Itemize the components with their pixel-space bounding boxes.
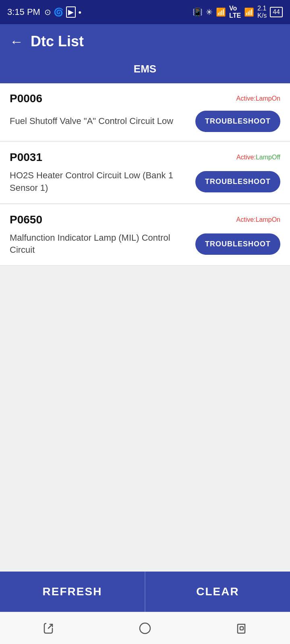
nav-recent-icon[interactable] [232, 619, 251, 638]
dtc-description-1: HO2S Heater Control Circuit Low (Bank 1 … [10, 169, 189, 194]
dtc-lamp-label-0: LampOn [256, 95, 280, 102]
wifi-icon: 📶 [216, 7, 226, 17]
clear-button[interactable]: CLEAR [145, 572, 290, 612]
empty-space [0, 266, 290, 540]
status-bar-left: 3:15 PM ⊙ 🌀 ▶ ● [7, 6, 81, 18]
status-bar-right: 📳 ✳ 📶 VoLTE 📶 2.1K/s 44 [193, 5, 283, 19]
volte-icon: VoLTE [229, 5, 241, 19]
dtc-card-2: P0650 Active:LampOn Malfunction Indicato… [0, 204, 290, 266]
camera-icon: ⊙ [44, 7, 51, 17]
dtc-code-2: P0650 [10, 213, 42, 226]
bluetooth-icon: ✳ [206, 7, 213, 17]
dtc-active-label-2: Active: [236, 216, 256, 223]
sub-header: EMS [0, 57, 290, 83]
data-icon: 🌀 [54, 7, 64, 17]
dot-icon: ● [78, 9, 81, 15]
svg-point-0 [140, 623, 150, 634]
signal-icon: 📶 [244, 7, 254, 17]
dtc-code-0: P0006 [10, 92, 42, 105]
dtc-status-0: Active:LampOn [236, 95, 280, 102]
dtc-card-header-1: P0031 Active:LampOff [10, 151, 280, 164]
troubleshoot-button-2[interactable]: TROUBLESHOOT [195, 233, 280, 255]
bottom-buttons: REFRESH CLEAR [0, 572, 290, 612]
time-display: 3:15 PM [7, 7, 40, 17]
troubleshoot-button-0[interactable]: TROUBLESHOOT [195, 111, 280, 132]
dtc-status-1: Active:LampOff [236, 154, 280, 161]
dtc-active-label-1: Active: [236, 154, 256, 161]
dtc-list: P0006 Active:LampOn Fuel Shutoff Valve "… [0, 83, 290, 540]
nav-home-icon[interactable] [135, 619, 155, 638]
card-icon: ▶ [66, 6, 76, 18]
page-title: Dtc List [31, 33, 84, 50]
dtc-description-0: Fuel Shutoff Valve "A" Control Circuit L… [10, 115, 189, 128]
dtc-card-header-0: P0006 Active:LampOn [10, 92, 280, 105]
dtc-card-header-2: P0650 Active:LampOn [10, 213, 280, 226]
dtc-card-1: P0031 Active:LampOff HO2S Heater Control… [0, 142, 290, 204]
troubleshoot-button-1[interactable]: TROUBLESHOOT [195, 171, 280, 192]
dtc-card-body-0: Fuel Shutoff Valve "A" Control Circuit L… [10, 111, 280, 132]
dtc-status-2: Active:LampOn [236, 216, 280, 223]
dtc-description-2: Malfunction Indicator Lamp (MIL) Control… [10, 232, 189, 257]
speed-icon: 2.1K/s [257, 5, 267, 19]
dtc-lamp-label-2: LampOn [256, 216, 280, 223]
dtc-active-label-0: Active: [236, 95, 256, 102]
dtc-lamp-label-1: LampOff [256, 154, 280, 161]
back-button[interactable]: ← [10, 35, 23, 48]
nav-back-icon[interactable] [39, 619, 58, 638]
dtc-code-1: P0031 [10, 151, 42, 164]
dtc-card-body-1: HO2S Heater Control Circuit Low (Bank 1 … [10, 169, 280, 194]
dtc-card-0: P0006 Active:LampOn Fuel Shutoff Valve "… [0, 83, 290, 141]
dtc-card-body-2: Malfunction Indicator Lamp (MIL) Control… [10, 232, 280, 257]
refresh-button[interactable]: REFRESH [0, 572, 145, 612]
battery-icon: 44 [270, 7, 283, 17]
status-bar: 3:15 PM ⊙ 🌀 ▶ ● 📳 ✳ 📶 VoLTE 📶 2.1K/s 44 [0, 0, 290, 24]
vibrate-icon: 📳 [193, 7, 203, 17]
nav-bar [0, 612, 290, 644]
app-header: ← Dtc List [0, 24, 290, 57]
status-icons: ⊙ 🌀 ▶ ● [44, 6, 81, 18]
sub-header-label: EMS [134, 63, 156, 75]
